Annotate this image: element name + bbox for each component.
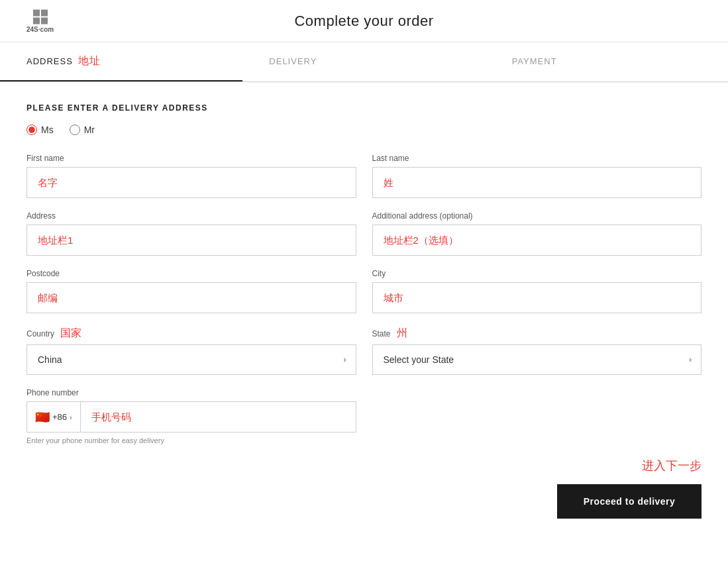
last-name-input[interactable] xyxy=(372,167,702,198)
state-select-wrapper: Select your State › xyxy=(372,344,702,375)
postcode-group: Postcode xyxy=(26,269,356,313)
empty-right-group xyxy=(372,388,702,444)
address-input[interactable] xyxy=(26,225,356,256)
tab-address[interactable]: ADDRESS 地址 xyxy=(0,42,242,81)
state-label: State 州 xyxy=(372,327,702,340)
city-input[interactable] xyxy=(372,282,702,313)
state-group: State 州 Select your State › xyxy=(372,327,702,375)
city-label: City xyxy=(372,269,702,278)
phone-group: Phone number 🇨🇳 +86 › Enter your phone n… xyxy=(26,388,356,444)
next-step-hint: 进入下一步 xyxy=(26,458,702,474)
phone-row-wrapper: Phone number 🇨🇳 +86 › Enter your phone n… xyxy=(26,388,702,444)
additional-address-input[interactable] xyxy=(372,225,702,256)
salutation-ms[interactable]: Ms xyxy=(26,125,54,135)
tabs-nav: ADDRESS 地址 DELIVERY PAYMENT xyxy=(0,42,728,82)
first-name-label: First name xyxy=(26,154,356,163)
tab-delivery[interactable]: DELIVERY xyxy=(242,42,485,81)
salutation-group: Ms Mr xyxy=(26,125,702,135)
city-group: City xyxy=(372,269,702,313)
additional-address-group: Additional address (optional) xyxy=(372,211,702,256)
phone-input[interactable] xyxy=(81,402,356,432)
country-label-cn: 国家 xyxy=(60,327,81,338)
phone-input-wrapper: 🇨🇳 +86 › xyxy=(26,401,356,433)
salutation-mr-label: Mr xyxy=(84,125,95,135)
header: 24S·com Complete your order xyxy=(0,0,728,42)
page-title: Complete your order xyxy=(294,13,433,30)
phone-hint: Enter your phone number for easy deliver… xyxy=(26,436,356,444)
proceed-to-delivery-button[interactable]: Proceed to delivery xyxy=(557,484,702,519)
radio-ms[interactable] xyxy=(26,125,37,135)
first-name-group: First name xyxy=(26,154,356,198)
tab-delivery-label: DELIVERY xyxy=(269,56,317,66)
country-label: Country 国家 xyxy=(26,327,356,340)
tab-payment-label: PAYMENT xyxy=(512,56,557,66)
radio-mr[interactable] xyxy=(70,125,80,135)
phone-prefix-button[interactable]: 🇨🇳 +86 › xyxy=(27,402,81,432)
section-title: PLEASE ENTER A DELIVERY ADDRESS xyxy=(26,103,702,113)
logo-text: 24S·com xyxy=(26,25,54,32)
country-group: Country 国家 China › xyxy=(26,327,356,375)
tab-address-cn: 地址 xyxy=(78,54,101,68)
postcode-city-row: Postcode City xyxy=(26,269,702,313)
country-state-row: Country 国家 China › State 州 Select your S… xyxy=(26,327,702,375)
address-row: Address Additional address (optional) xyxy=(26,211,702,256)
state-label-cn: 州 xyxy=(397,327,407,338)
form-container: PLEASE ENTER A DELIVERY ADDRESS Ms Mr Fi… xyxy=(0,82,728,545)
additional-address-label: Additional address (optional) xyxy=(372,211,702,221)
phone-label: Phone number xyxy=(26,388,356,397)
logo: 24S·com xyxy=(26,9,54,32)
postcode-label: Postcode xyxy=(26,269,356,278)
phone-prefix-code: +86 xyxy=(52,412,67,422)
salutation-ms-label: Ms xyxy=(41,125,54,135)
salutation-mr[interactable]: Mr xyxy=(70,125,95,135)
name-row: First name Last name xyxy=(26,154,702,198)
tab-address-label: ADDRESS xyxy=(26,56,73,66)
address-group: Address xyxy=(26,211,356,256)
country-select-wrapper: China › xyxy=(26,344,356,375)
last-name-group: Last name xyxy=(372,154,702,198)
address-label: Address xyxy=(26,211,356,221)
state-select[interactable]: Select your State xyxy=(373,345,702,374)
country-select[interactable]: China xyxy=(27,345,356,374)
tab-payment[interactable]: PAYMENT xyxy=(486,42,728,81)
china-flag-icon: 🇨🇳 xyxy=(35,410,50,425)
first-name-input[interactable] xyxy=(26,167,356,198)
phone-prefix-chevron-icon: › xyxy=(70,413,72,421)
postcode-input[interactable] xyxy=(26,282,356,313)
last-name-label: Last name xyxy=(372,154,702,163)
